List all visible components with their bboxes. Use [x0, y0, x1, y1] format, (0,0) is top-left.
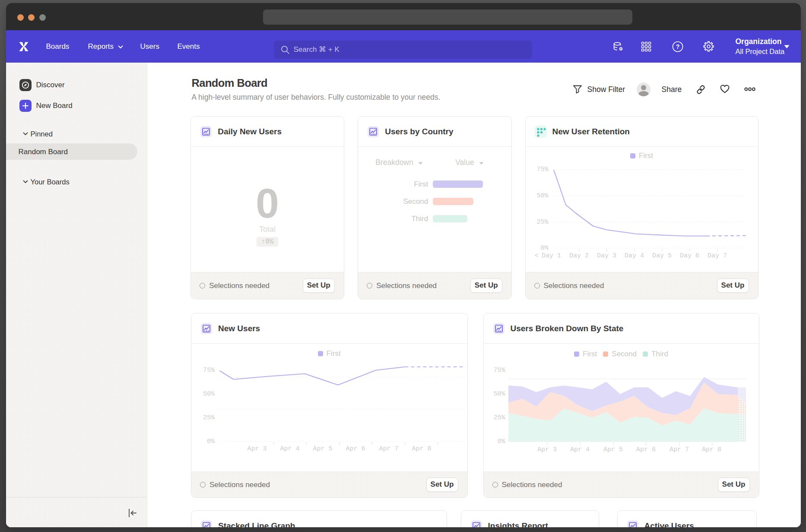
svg-text:?: ? — [676, 43, 679, 50]
